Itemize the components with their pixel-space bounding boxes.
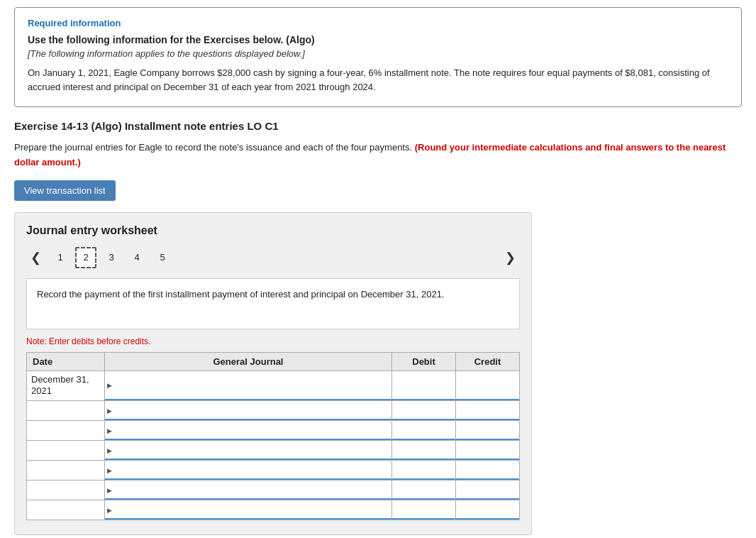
nav-btn-4[interactable]: 4 [126, 247, 148, 268]
date-label: December 31,2021 [31, 374, 100, 398]
nav-btn-1[interactable]: 1 [50, 247, 71, 268]
exercise-title: Exercise 14-13 (Algo) Installment note e… [14, 120, 742, 132]
credit-input-5[interactable] [456, 461, 519, 480]
debit-cell-1[interactable] [392, 370, 456, 401]
credit-input-3[interactable] [456, 421, 519, 440]
date-cell-5 [27, 461, 105, 481]
nav-btn-5[interactable]: 5 [152, 247, 173, 268]
required-info-subheading: [The following information applies to th… [28, 48, 728, 59]
date-cell-6 [27, 481, 105, 500]
header-date: Date [27, 352, 105, 370]
debit-input-1[interactable] [392, 371, 455, 401]
gj-input-7[interactable] [105, 500, 391, 520]
debit-cell-7[interactable] [392, 500, 456, 520]
worksheet-title: Journal entry worksheet [26, 224, 520, 237]
instructions-text: Prepare the journal entries for Eagle to… [14, 142, 412, 153]
required-info-box: Required information Use the following i… [14, 7, 742, 107]
credit-cell-2[interactable] [456, 401, 520, 421]
debit-input-6[interactable] [392, 481, 455, 500]
nav-next-arrow[interactable]: ❯ [501, 248, 520, 267]
gj-cell-7[interactable] [105, 500, 392, 520]
gj-input-3[interactable] [105, 421, 391, 440]
description-box: Record the payment of the first installm… [26, 278, 520, 329]
journal-table: Date General Journal Debit Credit Decemb… [26, 352, 520, 521]
gj-cell-3[interactable] [105, 421, 392, 441]
nav-row: ❮ 1 2 3 4 5 ❯ [26, 247, 520, 268]
required-info-title: Required information [28, 18, 728, 28]
date-cell-1: December 31,2021 [27, 370, 105, 401]
page-wrapper: Required information Use the following i… [0, 0, 756, 538]
worksheet-container: Journal entry worksheet ❮ 1 2 3 4 5 ❯ Re… [14, 212, 532, 536]
gj-cell-5[interactable] [105, 461, 392, 481]
required-info-heading: Use the following information for the Ex… [28, 34, 728, 45]
required-info-body: On January 1, 2021, Eagle Company borrow… [28, 66, 728, 94]
table-row: December 31,2021 [27, 370, 520, 401]
gj-input-4[interactable] [105, 441, 391, 460]
gj-input-5[interactable] [105, 461, 391, 480]
debit-input-3[interactable] [392, 421, 455, 440]
debit-cell-6[interactable] [392, 481, 456, 500]
table-row [27, 500, 520, 520]
nav-prev-arrow[interactable]: ❮ [26, 248, 45, 267]
exercise-instructions: Prepare the journal entries for Eagle to… [14, 141, 742, 170]
table-row [27, 481, 520, 500]
credit-input-6[interactable] [456, 481, 519, 500]
date-cell-4 [27, 441, 105, 461]
debit-input-7[interactable] [392, 500, 455, 520]
credit-input-2[interactable] [456, 401, 519, 420]
debit-input-2[interactable] [392, 401, 455, 420]
debit-input-4[interactable] [392, 441, 455, 460]
view-transaction-button[interactable]: View transaction list [14, 180, 116, 201]
header-general-journal: General Journal [105, 352, 392, 370]
table-row [27, 461, 520, 481]
date-cell-2 [27, 401, 105, 421]
nav-btn-3[interactable]: 3 [101, 247, 122, 268]
debit-cell-4[interactable] [392, 441, 456, 461]
gj-input-6[interactable] [105, 481, 391, 500]
note-text: Note: Enter debits before credits. [26, 336, 520, 346]
gj-cell-6[interactable] [105, 481, 392, 500]
header-credit: Credit [456, 352, 520, 370]
credit-cell-4[interactable] [456, 441, 520, 461]
credit-input-4[interactable] [456, 441, 519, 460]
debit-cell-2[interactable] [392, 401, 456, 421]
gj-cell-4[interactable] [105, 441, 392, 461]
table-row [27, 421, 520, 441]
gj-cell-2[interactable] [105, 401, 392, 421]
date-cell-7 [27, 500, 105, 520]
credit-input-7[interactable] [456, 500, 519, 520]
credit-input-1[interactable] [456, 371, 519, 401]
credit-cell-5[interactable] [456, 461, 520, 481]
credit-cell-1[interactable] [456, 370, 520, 401]
gj-cell-1[interactable] [105, 370, 392, 401]
debit-cell-3[interactable] [392, 421, 456, 441]
table-row [27, 401, 520, 421]
credit-cell-6[interactable] [456, 481, 520, 500]
date-cell-3 [27, 421, 105, 441]
credit-cell-3[interactable] [456, 421, 520, 441]
gj-input-1[interactable] [105, 371, 391, 401]
table-row [27, 441, 520, 461]
debit-cell-5[interactable] [392, 461, 456, 481]
nav-btn-2[interactable]: 2 [75, 247, 96, 268]
debit-input-5[interactable] [392, 461, 455, 480]
gj-input-2[interactable] [105, 401, 391, 420]
header-debit: Debit [392, 352, 456, 370]
credit-cell-7[interactable] [456, 500, 520, 520]
